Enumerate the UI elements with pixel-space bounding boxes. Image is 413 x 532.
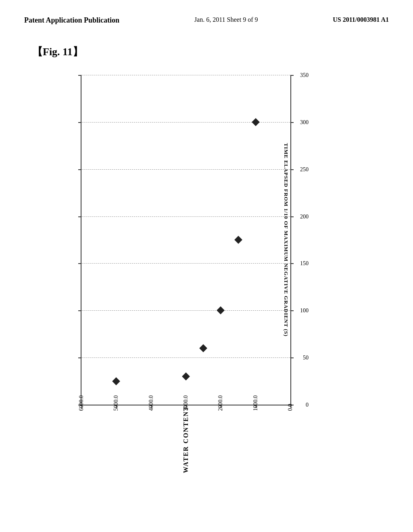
left-tick-5 [78, 310, 81, 311]
right-tick-1 [290, 122, 294, 123]
data-point-2 [182, 372, 190, 380]
x-label-4000: 4000.0 [148, 395, 154, 411]
grid-line-3 [81, 216, 290, 217]
chart-area: 6000.0 5000.0 4000.0 3000.0 2000.0 1000.… [48, 67, 363, 450]
right-tick-4 [290, 263, 294, 264]
right-tick-3 [290, 216, 294, 217]
left-tick-1 [78, 122, 81, 123]
data-point-6 [252, 118, 260, 126]
right-tick-0 [290, 75, 294, 76]
y-label-150: 150 [300, 260, 309, 267]
plot-container: 6000.0 5000.0 4000.0 3000.0 2000.0 1000.… [81, 75, 290, 405]
y-label-50: 50 [303, 354, 309, 361]
figure-label: 【Fig. 11】 [32, 45, 413, 59]
grid-line-2 [81, 169, 290, 170]
grid-line-5 [81, 310, 290, 311]
x-label-2000: 2000.0 [217, 395, 224, 411]
y-label-0: 0 [306, 401, 309, 408]
top-border-line [81, 75, 290, 75]
y-label-100: 100 [300, 307, 309, 314]
x-label-5000: 5000.0 [113, 395, 119, 411]
y-label-200: 200 [300, 213, 309, 220]
right-tick-6 [290, 357, 294, 358]
patent-number: US 2011/0003981 A1 [333, 16, 389, 23]
x-axis-title: WATER CONTENT [182, 406, 190, 473]
left-tick-3 [78, 216, 81, 217]
left-tick-0 [78, 75, 81, 76]
page-header: Patent Application Publication Jan. 6, 2… [0, 0, 413, 33]
x-label-6000: 6000.0 [78, 395, 85, 411]
data-point-5 [234, 236, 242, 244]
publication-title: Patent Application Publication [24, 16, 119, 25]
left-tick-4 [78, 263, 81, 264]
left-tick-6 [78, 357, 81, 358]
y-axis-title: TIME ELAPSED FROM 1/10 OF MAXIMUM NEGATI… [283, 143, 290, 337]
y-label-250: 250 [300, 166, 309, 173]
grid-line-6 [81, 357, 290, 358]
publication-date-sheet: Jan. 6, 2011 Sheet 9 of 9 [194, 16, 258, 23]
data-point-1 [112, 377, 120, 385]
right-tick-5 [290, 310, 294, 311]
left-tick-2 [78, 169, 81, 170]
y-label-350: 350 [300, 71, 309, 79]
grid-line-4 [81, 263, 290, 264]
right-tick-2 [290, 169, 294, 170]
y-label-300: 300 [300, 118, 309, 126]
x-label-0: 0.0 [287, 404, 294, 411]
data-point-4 [217, 306, 225, 314]
data-point-3 [199, 344, 207, 352]
right-axis-border [290, 75, 291, 405]
x-label-1000: 1000.0 [252, 395, 259, 411]
